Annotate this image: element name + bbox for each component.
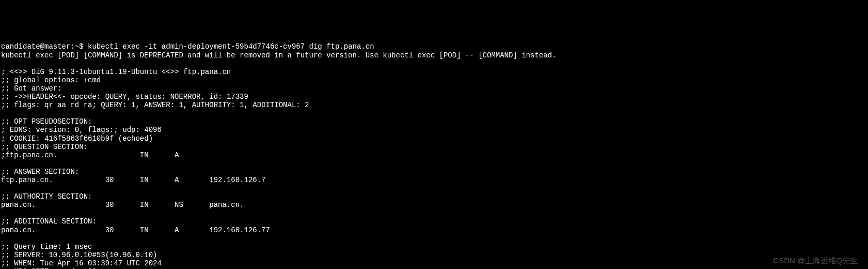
opt-pseudosection-header: ;; OPT PSEUDOSECTION: xyxy=(1,117,92,126)
terminal-output[interactable]: candidate@master:~$ kubectl exec -it adm… xyxy=(1,34,867,269)
command-text: kubectl exec -it admin-deployment-59b4d7… xyxy=(88,42,374,51)
dig-got-answer: ;; Got answer: xyxy=(1,84,62,93)
cookie-line: ; COOKIE: 416f5863f6610b9f (echoed) xyxy=(1,134,153,143)
deprecation-warning: kubectl exec [POD] [COMMAND] is DEPRECAT… xyxy=(1,51,556,59)
prompt-user-host: candidate@master xyxy=(1,42,70,51)
when-line: ;; WHEN: Tue Apr 16 03:39:47 UTC 2024 xyxy=(1,259,162,267)
prompt-path: ~ xyxy=(75,42,79,51)
dig-header-line: ;; ->>HEADER<<- opcode: QUERY, status: N… xyxy=(1,93,248,101)
authority-row: pana.cn. 30 IN NS pana.cn. xyxy=(1,201,244,209)
additional-row: pana.cn. 30 IN A 192.168.126.77 xyxy=(1,226,270,234)
dig-flags-line: ;; flags: qr aa rd ra; QUERY: 1, ANSWER:… xyxy=(1,101,309,109)
edns-line: ; EDNS: version: 0, flags:; udp: 4096 xyxy=(1,126,162,134)
answer-section-header: ;; ANSWER SECTION: xyxy=(1,168,79,176)
answer-row: ftp.pana.cn. 30 IN A 192.168.126.7 xyxy=(1,176,265,184)
authority-section-header: ;; AUTHORITY SECTION: xyxy=(1,192,92,201)
prompt-line-1: candidate@master:~$ kubectl exec -it adm… xyxy=(1,42,374,51)
question-row: ;ftp.pana.cn. IN A xyxy=(1,151,179,159)
prompt-symbol: $ xyxy=(79,42,83,51)
watermark-text: CSDN @上海运维Q先生 xyxy=(773,256,858,265)
dig-version-header: ; <<>> DiG 9.11.3-1ubuntu1.19-Ubuntu <<>… xyxy=(1,68,231,76)
additional-section-header: ;; ADDITIONAL SECTION: xyxy=(1,217,97,226)
question-section-header: ;; QUESTION SECTION: xyxy=(1,143,88,151)
dig-global-options: ;; global options: +cmd xyxy=(1,76,101,84)
server-line: ;; SERVER: 10.96.0.10#53(10.96.0.10) xyxy=(1,251,157,259)
query-time: ;; Query time: 1 msec xyxy=(1,243,92,251)
